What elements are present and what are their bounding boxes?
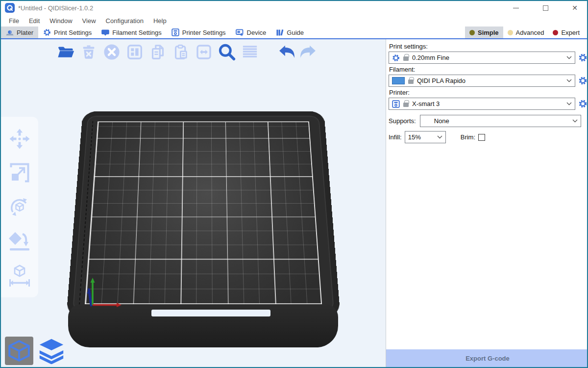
layers-stack-icon <box>38 338 65 364</box>
tab-filament-settings[interactable]: Filament Settings <box>97 26 166 38</box>
chevron-down-icon <box>566 56 572 59</box>
search-button[interactable] <box>217 42 237 62</box>
menu-view[interactable]: View <box>77 15 101 26</box>
print-settings-gear-button[interactable] <box>578 53 587 62</box>
editor-3d-view-button[interactable] <box>5 337 33 365</box>
guide-icon <box>276 29 284 36</box>
open-folder-icon <box>57 43 74 61</box>
measure-gizmo-button[interactable] <box>7 263 32 288</box>
gizmo-toolbar <box>1 117 38 297</box>
filament-gear-button[interactable] <box>578 77 587 85</box>
printer-label: Printer: <box>389 89 587 96</box>
device-icon <box>236 29 244 36</box>
expert-mode-dot-icon <box>553 30 558 35</box>
menu-help[interactable]: Help <box>148 15 172 26</box>
maximize-icon <box>543 5 548 11</box>
copy-button[interactable] <box>148 42 168 62</box>
filament-settings-icon <box>101 29 109 36</box>
infill-select[interactable]: 15% <box>405 131 446 143</box>
move-icon <box>8 128 31 150</box>
tab-plater[interactable]: Plater <box>1 26 38 38</box>
tab-print-settings[interactable]: Print Settings <box>38 26 97 38</box>
move-gizmo-button[interactable] <box>7 127 32 151</box>
axes-indicator <box>84 274 129 310</box>
menu-edit[interactable]: Edit <box>24 15 45 26</box>
mode-label: Advanced <box>516 29 544 36</box>
gear-icon <box>579 53 587 62</box>
printer-value: X-smart 3 <box>412 100 563 107</box>
rotate-icon <box>8 196 31 218</box>
tab-device[interactable]: Device <box>231 26 271 38</box>
settings-sidebar: Print settings: 0.20mm Fine Filament: QI… <box>386 39 588 367</box>
rotate-gizmo-button[interactable] <box>7 195 32 219</box>
gear-icon <box>579 77 587 85</box>
bed-handle-slot <box>151 310 270 316</box>
undo-button[interactable] <box>277 42 296 62</box>
tab-label: Device <box>247 29 267 36</box>
delete-all-button[interactable] <box>102 42 122 62</box>
maximize-button[interactable] <box>538 1 553 14</box>
chevron-down-icon <box>572 119 578 123</box>
layers-lines-icon <box>242 44 258 60</box>
app-window: *Untitled - QIDISlicer-1.0.2 ✕ File Edit… <box>0 0 588 368</box>
menu-window[interactable]: Window <box>45 15 77 26</box>
close-button[interactable]: ✕ <box>567 1 582 14</box>
preview-layers-view-button[interactable] <box>37 337 66 365</box>
export-gcode-button[interactable]: Export G-code <box>386 349 588 367</box>
delete-trash-icon <box>80 44 97 60</box>
menu-file[interactable]: File <box>4 15 24 26</box>
printer-gear-button[interactable] <box>578 100 587 108</box>
filament-value: QIDI PLA Rapido <box>417 77 563 84</box>
viewport-3d[interactable] <box>1 39 386 367</box>
copy-icon <box>149 44 166 60</box>
mode-advanced[interactable]: Advanced <box>503 26 549 38</box>
place-on-face-icon <box>8 230 31 253</box>
arrange-icon <box>126 44 143 60</box>
arrange-button[interactable] <box>125 42 145 62</box>
paste-button[interactable] <box>171 42 191 62</box>
menu-configuration[interactable]: Configuration <box>101 15 148 26</box>
close-icon: ✕ <box>572 4 578 11</box>
split-icon <box>196 44 212 60</box>
scale-icon <box>8 161 31 184</box>
place-on-face-gizmo-button[interactable] <box>7 229 32 254</box>
object-toolbar <box>56 42 318 62</box>
mode-simple[interactable]: Simple <box>465 26 503 38</box>
scale-gizmo-button[interactable] <box>7 160 32 185</box>
filament-label: Filament: <box>389 66 587 73</box>
brim-checkbox[interactable] <box>478 134 485 141</box>
tab-printer-settings[interactable]: Printer Settings <box>167 26 231 38</box>
delete-button[interactable] <box>79 42 98 62</box>
variable-layer-height-button[interactable] <box>240 42 260 62</box>
delete-all-icon <box>103 43 121 61</box>
print-settings-value: 0.20mm Fine <box>412 54 563 61</box>
redo-button[interactable] <box>298 42 318 62</box>
paste-icon <box>172 44 189 60</box>
chevron-down-icon <box>566 102 572 105</box>
cube-3d-icon <box>7 339 31 363</box>
supports-label: Supports: <box>389 117 416 125</box>
infill-value: 15% <box>408 133 434 141</box>
minimize-button[interactable] <box>509 1 523 14</box>
tab-label: Printer Settings <box>182 29 226 36</box>
print-settings-select[interactable]: 0.20mm Fine <box>389 52 575 64</box>
filament-select[interactable]: QIDI PLA Rapido <box>389 75 575 87</box>
redo-arrow-icon <box>299 43 318 61</box>
tab-guide[interactable]: Guide <box>271 26 309 38</box>
open-file-button[interactable] <box>56 42 75 62</box>
mode-expert[interactable]: Expert <box>548 26 584 38</box>
split-button[interactable] <box>194 42 214 62</box>
chevron-down-icon <box>566 79 572 82</box>
printer-settings-icon <box>172 28 179 36</box>
lock-icon <box>403 103 409 107</box>
printer-select[interactable]: X-smart 3 <box>389 98 575 110</box>
tab-label: Print Settings <box>54 29 92 36</box>
brim-label: Brim: <box>461 133 475 141</box>
mode-label: Expert <box>561 29 580 36</box>
print-settings-label: Print settings: <box>389 43 587 50</box>
window-title: *Untitled - QIDISlicer-1.0.2 <box>18 4 93 12</box>
mode-switcher: Simple Advanced Expert <box>465 26 587 38</box>
tab-label: Guide <box>287 29 304 36</box>
measure-icon <box>8 264 31 287</box>
supports-select[interactable]: None <box>420 115 581 127</box>
